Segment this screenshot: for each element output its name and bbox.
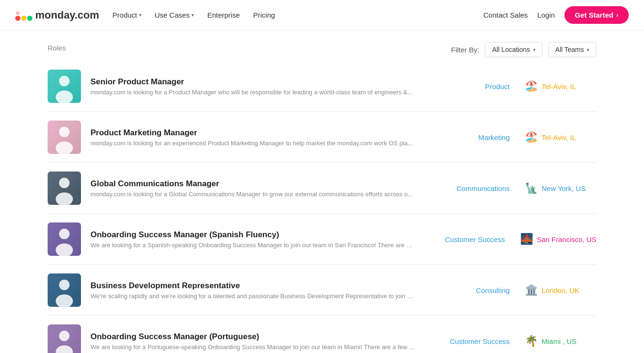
- job-avatar: [48, 171, 81, 205]
- job-title: Onboarding Success Manager (Portuguese): [91, 332, 429, 342]
- nav-product-label: Product: [112, 11, 137, 19]
- get-started-button[interactable]: Get Started ›: [564, 6, 629, 24]
- svg-point-11: [59, 178, 70, 188]
- job-location-wrap: 🗽 New York, US: [525, 182, 596, 194]
- nav-pricing[interactable]: Pricing: [253, 11, 275, 19]
- job-title: Onboarding Success Manager (Spanish Flue…: [91, 230, 424, 240]
- job-info: Global Communications Manager monday.com…: [91, 179, 429, 198]
- job-location-wrap: 🌴 Miami , US: [525, 335, 596, 347]
- job-description: We are looking for a Portuguese-speaking…: [91, 343, 414, 351]
- job-title: Business Development Representative: [91, 281, 429, 291]
- svg-point-8: [59, 127, 70, 137]
- job-avatar: [48, 324, 81, 353]
- svg-point-2: [27, 15, 32, 20]
- job-meta: Product 🏖️ Tel-Aviv, IL: [438, 80, 596, 92]
- job-location: New York, US: [542, 184, 586, 192]
- job-description: monday.com is looking for a Product Mana…: [91, 89, 414, 96]
- job-row[interactable]: Onboarding Success Manager (Spanish Flue…: [48, 214, 596, 265]
- job-info: Senior Product Manager monday.com is loo…: [91, 77, 429, 96]
- nav-use-cases[interactable]: Use Cases ▾: [155, 11, 194, 19]
- svg-point-1: [21, 15, 27, 20]
- job-avatar: [48, 70, 81, 103]
- job-info: Product Marketing Manager monday.com is …: [91, 128, 429, 147]
- svg-point-17: [59, 280, 70, 290]
- job-location-wrap: 🏖️ Tel-Aviv, IL: [525, 131, 596, 143]
- all-teams-dropdown[interactable]: All Teams ▾: [548, 42, 596, 57]
- job-location-wrap: 🏖️ Tel-Aviv, IL: [525, 80, 596, 92]
- job-meta: Customer Success 🌉 San Francisco, US: [433, 233, 596, 245]
- login-link[interactable]: Login: [537, 11, 555, 19]
- job-title: Global Communications Manager: [91, 179, 429, 189]
- job-row[interactable]: Onboarding Success Manager (Portuguese) …: [48, 316, 596, 353]
- svg-point-20: [59, 331, 70, 341]
- nav-use-cases-label: Use Cases: [155, 11, 190, 19]
- job-avatar: [48, 222, 81, 256]
- job-title: Product Marketing Manager: [91, 128, 429, 138]
- arrow-right-icon: ›: [616, 11, 618, 19]
- job-location: San Francisco, US: [537, 235, 596, 243]
- job-description: monday.com is looking for an experienced…: [91, 140, 414, 147]
- svg-point-14: [59, 229, 70, 239]
- job-info: Onboarding Success Manager (Portuguese) …: [91, 332, 429, 351]
- job-location: Miami , US: [542, 337, 576, 345]
- job-team: Customer Success: [433, 235, 505, 243]
- svg-point-3: [16, 11, 20, 14]
- nav-product[interactable]: Product ▾: [112, 11, 141, 19]
- nav-right: Contact Sales Login Get Started ›: [483, 6, 629, 24]
- job-row[interactable]: Product Marketing Manager monday.com is …: [48, 112, 596, 163]
- job-meta: Communications 🗽 New York, US: [438, 182, 596, 194]
- job-location-wrap: 🌉 San Francisco, US: [520, 233, 596, 245]
- job-location: Tel-Aviv, IL: [542, 82, 576, 91]
- nav-left: monday.com Product ▾ Use Cases ▾ Enterpr…: [15, 9, 275, 21]
- job-row[interactable]: Global Communications Manager monday.com…: [48, 163, 596, 214]
- svg-point-5: [59, 76, 70, 86]
- job-title: Senior Product Manager: [91, 77, 429, 87]
- get-started-label: Get Started: [575, 11, 614, 19]
- location-icon: 🏖️: [525, 80, 538, 92]
- job-avatar: [48, 121, 81, 154]
- all-teams-label: All Teams: [555, 46, 584, 53]
- navbar: monday.com Product ▾ Use Cases ▾ Enterpr…: [0, 0, 644, 30]
- job-team: Communications: [438, 184, 510, 192]
- nav-enterprise-label: Enterprise: [207, 11, 240, 19]
- filter-bar: Filter By: All Locations ▾ All Teams ▾: [451, 42, 596, 57]
- job-location: London, UK: [542, 286, 579, 294]
- job-list: Senior Product Manager monday.com is loo…: [48, 61, 596, 353]
- location-icon: 🏛️: [525, 284, 538, 296]
- all-locations-dropdown[interactable]: All Locations ▾: [485, 42, 542, 57]
- contact-sales-link[interactable]: Contact Sales: [483, 11, 528, 19]
- logo[interactable]: monday.com: [15, 9, 99, 21]
- main-content: Roles Filter By: All Locations ▾ All Tea…: [0, 30, 644, 353]
- job-description: We're scaling rapidly and we're looking …: [91, 292, 414, 300]
- location-icon: 🌴: [525, 335, 538, 347]
- job-avatar: [48, 273, 81, 307]
- all-locations-label: All Locations: [492, 46, 530, 53]
- location-icon: 🏖️: [525, 131, 538, 143]
- chevron-down-icon: ▾: [191, 12, 194, 18]
- job-row[interactable]: Business Development Representative We'r…: [48, 265, 596, 316]
- chevron-down-icon: ▾: [139, 12, 141, 18]
- filter-by-label: Filter By:: [451, 46, 479, 54]
- job-description: monday.com is looking for a Global Commu…: [91, 191, 414, 198]
- job-row[interactable]: Senior Product Manager monday.com is loo…: [48, 61, 596, 112]
- chevron-down-icon: ▾: [533, 47, 535, 52]
- svg-point-0: [15, 15, 20, 20]
- job-location-wrap: 🏛️ London, UK: [525, 284, 596, 296]
- nav-enterprise[interactable]: Enterprise: [207, 11, 240, 19]
- job-meta: Customer Success 🌴 Miami , US: [438, 335, 596, 347]
- chevron-down-icon: ▾: [587, 47, 589, 52]
- roles-label: Roles: [48, 44, 66, 52]
- location-icon: 🗽: [525, 182, 538, 194]
- logo-text: monday.com: [35, 9, 99, 21]
- job-meta: Consulting 🏛️ London, UK: [438, 284, 596, 296]
- job-info: Onboarding Success Manager (Spanish Flue…: [91, 230, 424, 249]
- job-info: Business Development Representative We'r…: [91, 281, 429, 300]
- job-location: Tel-Aviv, IL: [542, 133, 576, 141]
- job-team: Customer Success: [438, 337, 510, 345]
- job-team: Consulting: [438, 286, 510, 294]
- job-description: We are looking for a Spanish-speaking On…: [91, 242, 414, 249]
- nav-pricing-label: Pricing: [253, 11, 275, 19]
- job-team: Marketing: [438, 133, 510, 141]
- job-team: Product: [438, 82, 510, 91]
- job-meta: Marketing 🏖️ Tel-Aviv, IL: [438, 131, 596, 143]
